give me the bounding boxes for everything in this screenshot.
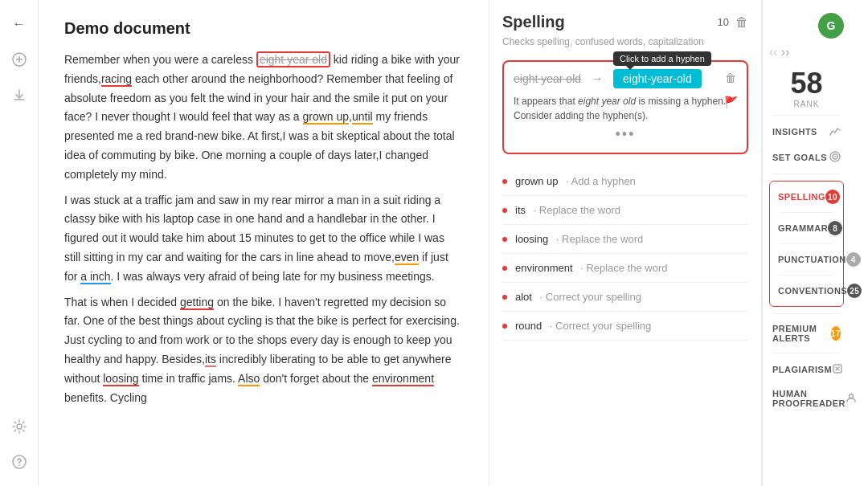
bullet-icon [502,237,507,242]
premium-alerts-label: PREMIUM ALERTS [772,324,831,343]
set-goals-label: SET GOALS [772,153,827,162]
document-body: Remember when you were a careless eight … [64,51,463,407]
suggestion-action: · Replace the word [553,233,643,245]
grammar-badge: 8 [828,221,842,235]
suggestion-word: its [515,204,526,216]
divider [772,174,841,174]
next-arrow-icon: ›› [781,45,790,59]
spelling-count: 10 [718,16,729,28]
card-more-icon[interactable]: ••• [514,126,737,143]
spelling-category-label: SPELLING [778,192,825,202]
prev-arrow-icon: ‹‹ [769,45,778,59]
suggestion-word: round [515,320,542,332]
trash-icon[interactable]: 🗑 [735,15,748,30]
add-document-icon[interactable] [5,45,34,74]
plagiarism-label: PLAGIARISM [772,365,832,374]
conventions-category[interactable]: CONVENTIONS 25 [770,279,843,303]
card-delete-icon[interactable]: 🗑 [721,68,740,88]
arrow-right-icon: → [591,71,604,86]
divider [772,115,841,116]
insights-nav-item[interactable]: INSIGHTS [763,119,850,145]
settings-icon[interactable] [5,412,34,441]
right-sidebar: G ‹‹ ›› 58 RANK INSIGHTS SET GOALS SPELL… [762,0,850,486]
score-section: 58 RANK [763,63,850,112]
punctuation-label: PUNCTUATION [778,255,846,264]
insights-label: INSIGHTS [772,127,817,137]
spelling-category[interactable]: SPELLING 10 [770,185,843,209]
avatar[interactable]: G [818,13,844,39]
svg-point-3 [17,424,22,429]
category-box: SPELLING 10 GRAMMAR 8 PUNCTUATION 4 CONV… [769,181,844,307]
divider [780,275,833,276]
premium-alerts-item[interactable]: PREMIUM ALERTS 17 [763,317,850,349]
list-item[interactable]: its · Replace the word [502,196,748,225]
left-sidebar: ← [0,0,39,486]
suggestion-word: alot [515,291,532,303]
bullet-icon [502,208,507,213]
suggestion-action: · Add a hyphen [563,175,635,187]
card-flag-icon[interactable]: 🚩 [721,92,740,112]
suggestion-action: · Replace the word [530,204,620,216]
insights-icon [829,125,841,138]
premium-badge: 17 [831,326,841,341]
conventions-badge: 25 [847,284,862,298]
set-goals-nav-item[interactable]: SET GOALS [763,145,850,170]
tooltip-label: Click to add a hyphen [613,51,711,66]
panel-header: Spelling 10 🗑 [502,13,748,31]
suggestion-action: · Correct your spelling [537,291,641,303]
underline-word-loosing: loosing [103,372,138,386]
bullet-icon [502,324,507,329]
underline-phrase-a-inch: a inch [80,270,110,284]
human-proofreader-label: HUMAN PROOFREADER [772,389,845,408]
plagiarism-nav-item[interactable]: PLAGIARISM [763,357,850,382]
score-label: RANK [794,100,820,108]
back-arrow-icon[interactable]: ← [5,10,34,39]
correction-description: It appears that eight year old is missin… [514,94,737,123]
punctuation-category[interactable]: PUNCTUATION 4 [770,247,843,272]
underline-word-environment: environment [372,372,434,386]
original-word: eight year old [514,72,581,85]
nav-arrows: ‹‹ ›› [763,42,850,63]
punctuation-badge: 4 [846,252,861,267]
svg-point-8 [834,156,836,157]
suggestion-word: grown up [515,175,558,187]
score-number: 58 [790,69,822,98]
divider [772,313,841,314]
document-title: Demo document [64,19,463,38]
list-item[interactable]: loosing · Replace the word [502,225,748,254]
list-item[interactable]: environment · Replace the word [502,254,748,283]
grammar-label: GRAMMAR [778,223,828,233]
human-proofreader-nav-item[interactable]: HUMAN PROOFREADER [763,382,850,415]
bullet-icon [502,179,507,184]
underline-word-its: its [205,353,216,367]
divider [772,353,841,353]
divider [780,243,833,244]
correction-card: 🗑 🚩 eight year old → Click to add a hyph… [502,60,748,154]
divider [780,212,833,213]
conventions-label: CONVENTIONS [778,286,847,296]
suggestion-tooltip: Click to add a hyphen eight-year-old [613,72,702,85]
suggestion-action: · Correct your spelling [547,320,651,332]
goals-icon [829,151,841,164]
grammar-category[interactable]: GRAMMAR 8 [770,216,843,240]
suggestion-word: environment [515,262,573,274]
spelling-badge: 10 [825,190,840,204]
bullet-icon [502,266,507,271]
underline-phrase-grown-up: grown up [303,110,350,125]
panel-title: Spelling [502,13,565,31]
list-item[interactable]: alot · Correct your spelling [502,283,748,312]
underline-word-also: Also [238,372,260,386]
underline-word-even: even [395,251,419,265]
help-icon[interactable] [5,447,34,476]
list-item[interactable]: round · Correct your spelling [502,312,748,341]
suggestion-word: loosing [515,233,548,245]
document-area: Demo document Remember when you were a c… [39,0,489,486]
download-icon[interactable] [5,80,34,109]
suggestion-action: · Replace the word [578,262,668,274]
highlighted-phrase: eight year old [256,51,330,67]
plagiarism-icon [832,363,843,376]
svg-point-5 [18,464,20,466]
suggestion-list: grown up · Add a hyphen its · Replace th… [502,167,748,341]
list-item[interactable]: grown up · Add a hyphen [502,167,748,196]
bullet-icon [502,295,507,300]
